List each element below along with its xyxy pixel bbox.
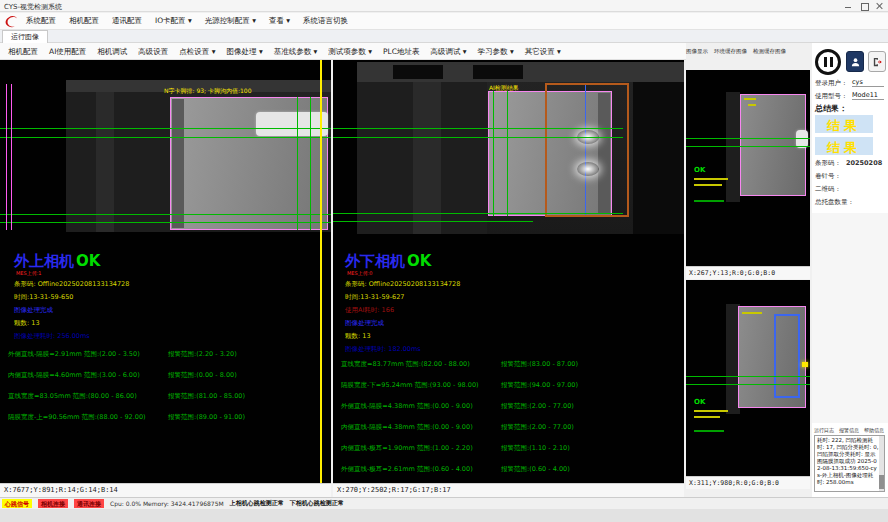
toolbar-button[interactable]: AI使用配置	[49, 47, 86, 57]
reference-line	[686, 146, 810, 147]
toolbar-button[interactable]: 其它设置 ▾	[525, 47, 561, 57]
machine-structure	[413, 82, 441, 234]
menu-item[interactable]: 光源控制配置 ▾	[205, 16, 256, 26]
model-select[interactable]: Mode11	[852, 91, 884, 100]
elapsed-line: 图像处理耗时: 256.00ms	[14, 332, 90, 341]
toolbar-button[interactable]: 学习参数 ▾	[478, 47, 514, 57]
log-box[interactable]: 耗时: 222, 凹陷检测耗时: 17, 凹陷分类耗时: 0, 凹陷抓取分类耗时…	[814, 435, 885, 492]
tray-count-label: 总托盘数量：	[815, 198, 854, 207]
log-scrollbar[interactable]	[879, 436, 884, 491]
toolbar-button[interactable]: 相机配置	[8, 47, 38, 57]
overlay-mark	[748, 104, 756, 106]
barcode-value: 20250208	[846, 159, 882, 167]
login-user-value[interactable]: cys	[852, 78, 884, 87]
total-result-label: 总结果：	[815, 103, 847, 114]
thumb-view-2[interactable]: OK	[686, 280, 810, 476]
menu-item[interactable]: 系统配置	[26, 16, 56, 26]
heartbeat-badge: 心跳信号	[2, 499, 32, 508]
measurement-row: 直线宽度=83.05mm 范围:(80.00 - 86.00) 报警范围:(81…	[0, 392, 331, 413]
measurement-row: 外侧直线-极耳=2.61mm 范围:(0.60 - 4.00) 报警范围:(0.…	[333, 465, 684, 483]
log-tab[interactable]: 报警信息	[839, 427, 859, 433]
overlay-text-deco	[694, 410, 728, 412]
alarm-range: 报警范围:(81.00 - 85.00)	[168, 392, 245, 401]
result-box-upper: 结果	[815, 115, 873, 133]
log-scrollbar-thumb[interactable]	[879, 475, 884, 489]
toolbar-button[interactable]: 点检设置 ▾	[179, 47, 215, 57]
comm-connect-badge: 通讯连接	[74, 499, 104, 508]
alarm-range: 报警范围:(2.00 - 77.00)	[501, 402, 574, 411]
measurement-row: 内侧直线-极耳=1.90mm 范围:(1.00 - 2.20) 报警范围:(1.…	[333, 444, 684, 465]
pause-button[interactable]	[815, 49, 841, 75]
reference-line	[686, 138, 810, 139]
reference-line	[333, 128, 623, 129]
logout-button[interactable]	[868, 51, 886, 72]
overlay-text-deco	[694, 430, 724, 432]
window-title: CYS-视觉检测系统	[4, 2, 62, 12]
result-box-lower: 结果	[815, 137, 873, 155]
toolbar-button[interactable]: 图像处理 ▾	[227, 47, 263, 57]
tab-run-image[interactable]: 运行图像	[2, 30, 48, 43]
toolbar-button[interactable]: 基准线参数 ▾	[274, 47, 318, 57]
reference-line	[310, 97, 311, 230]
overlay-text-deco	[694, 200, 724, 202]
machine-structure	[473, 65, 523, 79]
measurement-row: 内侧直线-隔膜=4.38mm 范围:(0.00 - 9.00) 报警范围:(2.…	[333, 423, 684, 444]
reference-line	[333, 137, 623, 138]
alarm-range: 报警范围:(0.00 - 8.00)	[168, 371, 237, 380]
measurement-value: 外侧直线-隔膜=2.91mm 范围:(2.00 - 3.50)	[8, 350, 140, 359]
window-close-icon[interactable]	[876, 2, 884, 10]
reference-line-magenta	[11, 84, 12, 230]
thumb-header-label[interactable]: 检测缓存图像	[753, 48, 786, 59]
window-minimize-icon[interactable]	[844, 2, 852, 10]
menu-item[interactable]: 查看 ▾	[269, 16, 290, 26]
measurement-row: 直线宽度=83.77mm 范围:(82.00 - 88.00) 报警范围:(83…	[333, 360, 684, 381]
result-box-text: 结果	[827, 118, 861, 133]
log-text: 耗时: 222, 凹陷检测耗时: 17, 凹陷分类耗时: 0, 凹陷抓取分类耗时…	[817, 437, 879, 486]
thumb-header-label[interactable]: 图像显示	[686, 48, 708, 59]
toolbar-button[interactable]: 相机调试	[97, 47, 127, 57]
coords-strip-thumb1: X:267;Y:13;R:0;G:0;B:0	[686, 266, 810, 279]
highlight-spot	[577, 162, 599, 176]
log-tab[interactable]: 运行日志	[814, 427, 834, 433]
measurement-row: 隔膜宽度-下=95.24mm 范围:(93.00 - 98.00) 报警范围:(…	[333, 381, 684, 402]
barcode-line: 条形码: Offline20250208133134728	[345, 280, 460, 289]
machine-structure	[96, 92, 114, 232]
result-box-text: 结果	[827, 140, 861, 155]
upper-camera-heartbeat: 上相机心跳检测正常	[230, 499, 284, 508]
qr-code-label: 二维码：	[815, 185, 841, 194]
log-tab[interactable]: 帮助信息	[864, 427, 884, 433]
camera-view-upper[interactable]: N字卡脚排: 93; 卡脚沟内值:100 外上相机OK MES上传:1 条形码:…	[0, 60, 331, 483]
thumb-header-label[interactable]: 环境缓存图像	[714, 48, 747, 59]
window-maximize-icon[interactable]	[860, 2, 868, 10]
user-button[interactable]	[846, 51, 864, 72]
menu-item[interactable]: 系统语言切换	[303, 16, 348, 26]
window-bottom-area	[0, 509, 888, 522]
toolbar-button[interactable]: PLC地址表	[383, 47, 419, 57]
toolbar-button[interactable]: 高级设置	[138, 47, 168, 57]
result-ok: OK	[407, 252, 431, 270]
user-icon	[850, 56, 861, 68]
control-sidebar: 登录用户： cys 使用型号： Mode11 总结果： 结果 结果 条形码： 2…	[812, 43, 888, 497]
toolbar-button[interactable]: 测试项参数 ▾	[328, 47, 372, 57]
reference-line	[493, 91, 494, 216]
menu-bar: 系统配置相机配置通讯配置IO卡配置 ▾光源控制配置 ▾查看 ▾系统语言切换	[0, 13, 888, 30]
menu-item[interactable]: IO卡配置 ▾	[155, 16, 192, 26]
machine-structure	[66, 92, 170, 232]
measurement-row: 外侧直线-隔膜=4.38mm 范围:(0.00 - 9.00) 报警范围:(2.…	[333, 402, 684, 423]
app-logo-icon	[4, 14, 19, 29]
menu-items: 系统配置相机配置通讯配置IO卡配置 ▾光源控制配置 ▾查看 ▾系统语言切换	[26, 16, 348, 26]
cpu-memory-status: Cpu: 0.0% Memory: 3424.41796875M	[110, 500, 224, 507]
menu-item[interactable]: 相机配置	[69, 16, 99, 26]
alarm-range: 报警范围:(83.00 - 87.00)	[501, 360, 578, 369]
menu-item[interactable]: 通讯配置	[112, 16, 142, 26]
result-ok: OK	[76, 252, 100, 270]
camera-view-lower[interactable]: AI检测结果 外下相机OK MES上传:0 条形码: Offline202502…	[333, 60, 684, 483]
measurement-list: 外侧直线-隔膜=2.91mm 范围:(2.00 - 3.50) 报警范围:(2.…	[0, 350, 331, 434]
camera-name: 外上相机	[14, 252, 74, 270]
highlight-dot	[802, 362, 808, 367]
lower-camera-heartbeat: 下相机心跳检测正常	[290, 499, 344, 508]
ai-detect-box	[545, 83, 629, 217]
thumb-view-1[interactable]: OK	[686, 70, 810, 266]
toolbar-button[interactable]: 高级调试 ▾	[430, 47, 466, 57]
reference-line	[686, 384, 810, 385]
